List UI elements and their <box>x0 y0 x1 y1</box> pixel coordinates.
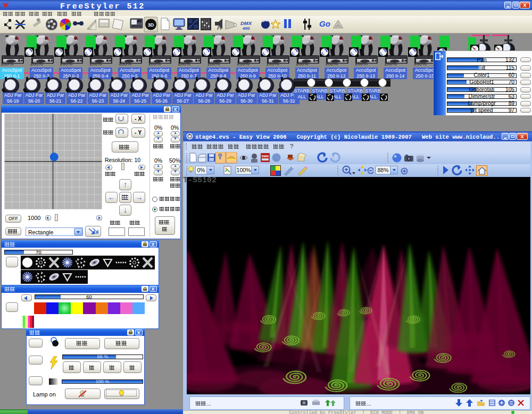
svg-text:Go: Go <box>319 19 330 28</box>
svg-text:400: 400 <box>242 26 250 31</box>
svg-text:DMX: DMX <box>240 20 252 26</box>
svg-text:DMX: DMX <box>262 155 269 158</box>
